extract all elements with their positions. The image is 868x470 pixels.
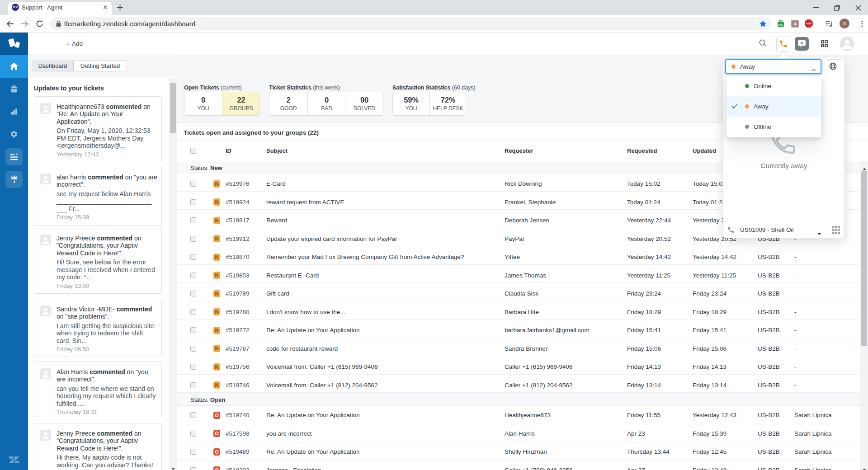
svg-text:AVG: AVG bbox=[778, 24, 783, 26]
